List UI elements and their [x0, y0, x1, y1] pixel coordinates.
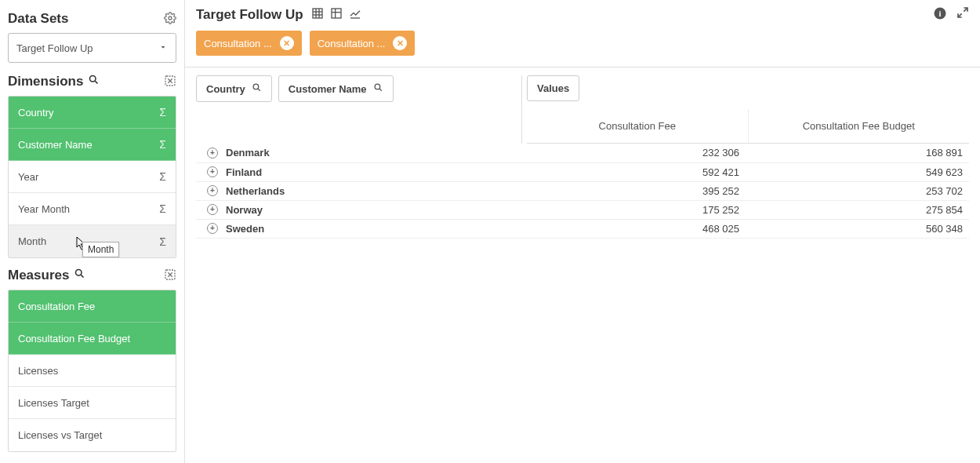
dimension-item-month[interactable]: Month Σ Month — [9, 225, 176, 257]
remove-filter-icon[interactable]: ✕ — [393, 36, 407, 50]
pivot-area: Country Customer Name — [185, 67, 980, 463]
cell-value: 175 252 — [522, 200, 746, 219]
search-icon[interactable] — [88, 74, 100, 89]
cell-value: 560 348 — [746, 219, 969, 238]
clear-selection-icon[interactable] — [164, 268, 176, 283]
svg-rect-11 — [313, 9, 322, 18]
dimension-label: Customer Name — [18, 139, 93, 151]
sigma-icon[interactable]: Σ — [159, 170, 166, 183]
expand-icon[interactable]: + — [207, 204, 218, 215]
search-icon[interactable] — [252, 82, 262, 95]
expand-icon[interactable]: + — [207, 223, 218, 234]
table-row[interactable]: +Finland 592 421 549 623 — [196, 162, 969, 181]
cell-value: 395 252 — [522, 181, 746, 200]
measure-label: Consultation Fee — [18, 301, 95, 312]
cell-value: 592 421 — [522, 162, 746, 181]
cell-value: 253 702 — [746, 181, 969, 200]
search-icon[interactable] — [74, 268, 85, 283]
filter-row: Consultation ... ✕ Consultation ... ✕ — [196, 31, 969, 56]
page-title: Target Follow Up — [196, 7, 303, 23]
sidebar: Data Sets Target Follow Up Dimensions Co… — [0, 0, 185, 463]
fullscreen-icon[interactable] — [956, 6, 969, 23]
svg-point-24 — [253, 84, 259, 89]
measure-item-licenses[interactable]: Licenses — [9, 355, 176, 387]
dataset-select[interactable]: Target Follow Up — [8, 33, 176, 63]
dimension-label: Year — [18, 171, 38, 183]
table-view-icon[interactable] — [311, 7, 324, 22]
measures-list: Consultation Fee Consultation Fee Budget… — [8, 290, 176, 452]
svg-point-26 — [375, 84, 380, 89]
info-icon[interactable]: i — [933, 6, 947, 23]
dimension-item-customer-name[interactable]: Customer Name Σ — [9, 129, 176, 161]
dimension-label: Country — [18, 107, 54, 118]
cell-value: 549 623 — [746, 162, 969, 181]
filter-chip-label: Consultation ... — [204, 38, 272, 49]
chart-view-icon[interactable] — [349, 7, 361, 22]
dimension-item-year-month[interactable]: Year Month Σ — [9, 193, 176, 225]
table-row[interactable]: +Sweden 468 025 560 348 — [196, 219, 969, 238]
svg-line-25 — [258, 89, 260, 91]
cell-value: 468 025 — [522, 219, 746, 238]
filter-chip-label: Consultation ... — [318, 38, 386, 49]
svg-line-7 — [82, 275, 84, 277]
svg-text:i: i — [939, 9, 942, 18]
cell-value: 275 854 — [746, 200, 969, 219]
measure-label: Consultation Fee Budget — [18, 333, 130, 345]
dimension-label: Year Month — [18, 203, 70, 215]
measure-label: Licenses Target — [18, 397, 89, 409]
column-field-label: Values — [537, 82, 569, 94]
data-table: +Denmark 232 306 168 891 +Finland 592 42… — [196, 144, 969, 239]
measure-item-licenses-target[interactable]: Licenses Target — [9, 387, 176, 419]
svg-point-1 — [90, 76, 96, 82]
row-label: Netherlands — [226, 185, 285, 197]
search-icon[interactable] — [373, 82, 383, 95]
table-row[interactable]: +Norway 175 252 275 854 — [196, 200, 969, 219]
datasets-title: Data Sets — [8, 11, 68, 27]
expand-icon[interactable]: + — [207, 166, 218, 177]
row-label: Sweden — [226, 223, 264, 235]
sigma-icon[interactable]: Σ — [159, 106, 166, 118]
svg-point-0 — [169, 16, 172, 20]
pivot-view-icon[interactable] — [330, 7, 343, 22]
row-field-label: Customer Name — [289, 83, 367, 95]
dimension-item-year[interactable]: Year Σ — [9, 161, 176, 193]
filter-chip[interactable]: Consultation ... ✕ — [310, 31, 416, 56]
svg-point-6 — [76, 270, 82, 276]
dimensions-list: Country Σ Customer Name Σ Year Σ Year Mo… — [8, 96, 176, 258]
expand-icon[interactable]: + — [207, 185, 218, 196]
tooltip: Month — [82, 242, 119, 257]
table-row[interactable]: +Netherlands 395 252 253 702 — [196, 181, 969, 200]
dataset-selected-label: Target Follow Up — [16, 42, 93, 54]
svg-line-27 — [379, 89, 382, 91]
sigma-icon[interactable]: Σ — [159, 235, 166, 248]
expand-icon[interactable]: + — [207, 148, 218, 159]
row-label: Norway — [226, 204, 263, 216]
measure-item-consultation-fee-budget[interactable]: Consultation Fee Budget — [9, 323, 176, 355]
svg-rect-16 — [332, 9, 341, 18]
dimensions-title: Dimensions — [8, 74, 83, 89]
remove-filter-icon[interactable]: ✕ — [280, 36, 294, 50]
sigma-icon[interactable]: Σ — [159, 138, 166, 151]
row-field-label: Country — [206, 83, 245, 95]
table-row[interactable]: +Denmark 232 306 168 891 — [196, 144, 969, 162]
row-field-customer-name[interactable]: Customer Name — [278, 75, 394, 102]
row-field-country[interactable]: Country — [196, 75, 272, 102]
svg-line-2 — [96, 81, 98, 83]
main: Target Follow Up i — [185, 0, 980, 463]
measure-label: Licenses vs Target — [18, 429, 102, 441]
filter-chip[interactable]: Consultation ... ✕ — [196, 31, 302, 56]
measure-item-consultation-fee[interactable]: Consultation Fee — [9, 290, 176, 323]
sigma-icon[interactable]: Σ — [159, 202, 166, 215]
value-header[interactable]: Consultation Fee — [527, 109, 748, 144]
column-field-values[interactable]: Values — [527, 75, 579, 101]
gear-icon[interactable] — [164, 12, 176, 27]
cell-value: 232 306 — [522, 144, 746, 162]
clear-selection-icon[interactable] — [164, 75, 176, 89]
row-label: Finland — [226, 166, 262, 178]
topbar: Target Follow Up i — [185, 0, 980, 67]
chevron-down-icon — [158, 42, 168, 54]
measure-item-licenses-vs-target[interactable]: Licenses vs Target — [9, 419, 176, 451]
cell-value: 168 891 — [746, 144, 969, 162]
dimension-item-country[interactable]: Country Σ — [9, 97, 176, 129]
value-header[interactable]: Consultation Fee Budget — [748, 109, 970, 144]
